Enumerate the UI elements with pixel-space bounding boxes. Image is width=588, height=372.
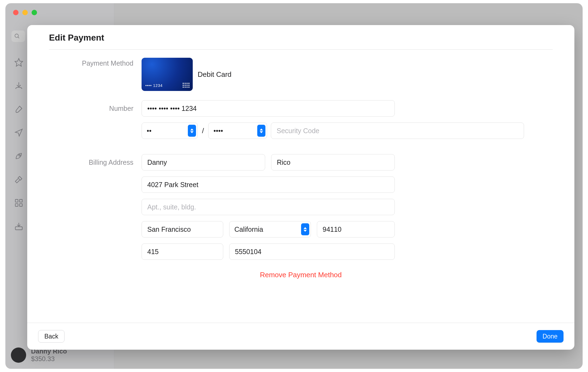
card-number-label: Number — [49, 100, 133, 112]
exp-month-select[interactable]: •• — [142, 123, 198, 139]
state-value: California — [234, 225, 263, 233]
window-zoom-button[interactable] — [32, 10, 37, 15]
done-button-label: Done — [543, 333, 558, 340]
card-number-input[interactable] — [142, 100, 395, 117]
city-input[interactable] — [142, 221, 223, 237]
app-window: Danny Rico $350.33 Edit Payment Payment … — [5, 3, 583, 369]
exp-year-value: •••• — [213, 127, 223, 135]
card-art: •••• 1234 — [142, 58, 193, 91]
edit-payment-modal: Edit Payment Payment Method •••• 1234 — [27, 25, 574, 350]
phone-area-input[interactable] — [142, 243, 223, 260]
billing-address-label: Billing Address — [49, 154, 133, 166]
street2-input[interactable] — [142, 199, 395, 215]
payment-method-type: Debit Card — [198, 70, 231, 79]
stepper-icon — [257, 125, 265, 137]
payment-method-label: Payment Method — [49, 58, 133, 67]
done-button[interactable]: Done — [537, 330, 564, 343]
window-close-button[interactable] — [13, 10, 19, 15]
exp-month-value: •• — [147, 127, 152, 135]
street-input[interactable] — [142, 176, 395, 193]
back-button[interactable]: Back — [38, 330, 65, 343]
stepper-icon — [188, 125, 196, 137]
exp-year-select[interactable]: •••• — [208, 123, 267, 139]
state-select[interactable]: California — [229, 221, 311, 237]
back-button-label: Back — [44, 333, 58, 340]
window-controls — [13, 10, 37, 15]
exp-separator: / — [201, 127, 204, 135]
stepper-icon — [301, 223, 309, 235]
window-minimize-button[interactable] — [22, 10, 28, 15]
remove-payment-method-link[interactable]: Remove Payment Method — [49, 271, 553, 279]
last-name-input[interactable] — [271, 154, 395, 170]
zip-input[interactable] — [317, 221, 395, 237]
phone-number-input[interactable] — [229, 243, 395, 260]
first-name-input[interactable] — [142, 154, 265, 170]
security-code-input[interactable] — [271, 123, 524, 139]
modal-title: Edit Payment — [49, 33, 553, 43]
keypad-icon — [183, 83, 189, 88]
card-art-last4: •••• 1234 — [145, 83, 163, 88]
